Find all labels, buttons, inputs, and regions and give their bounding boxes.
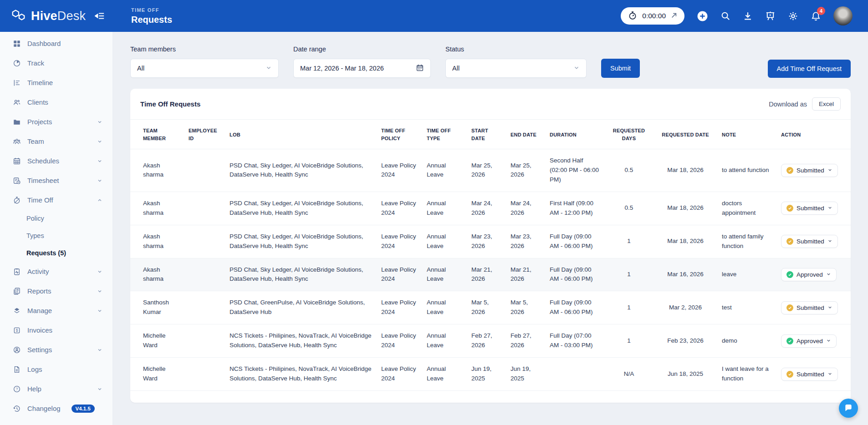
cell-employee-id bbox=[184, 149, 225, 192]
date-range-label: Date range bbox=[293, 46, 431, 53]
calendar-icon bbox=[416, 64, 424, 73]
sidebar-item-manage[interactable]: Manage bbox=[0, 301, 112, 320]
cell-type: Annual Leave bbox=[422, 358, 467, 391]
main-content: Team members All Date range Mar 12, 2026… bbox=[113, 32, 868, 425]
date-range-filter: Date range Mar 12, 2026 - Mar 18, 2026 bbox=[293, 46, 431, 78]
table-row: Santhosh Kumar PSD Chat, GreenPulse, AI … bbox=[130, 291, 851, 324]
add-icon[interactable] bbox=[697, 10, 708, 22]
gear-icon[interactable] bbox=[788, 11, 798, 21]
timer-widget[interactable]: 0:00:00 bbox=[621, 7, 684, 25]
sidebar-item-activity[interactable]: Activity bbox=[0, 262, 112, 281]
sidebar-item-track[interactable]: Track bbox=[0, 53, 112, 73]
cell-lob: PSD Chat, Sky Ledger, AI VoiceBridge Sol… bbox=[225, 192, 377, 225]
status-dropdown[interactable]: Submitted bbox=[781, 202, 838, 215]
sidebar-item-invoices[interactable]: $ Invoices bbox=[0, 320, 112, 340]
col-note: NOTE bbox=[717, 120, 776, 149]
sidebar-item-label: Requests (5) bbox=[26, 249, 66, 257]
sidebar-item-label: Logs bbox=[27, 365, 42, 373]
cell-team-member: Akash sharma bbox=[130, 258, 184, 291]
team-members-select[interactable]: All bbox=[130, 59, 279, 78]
status-dropdown[interactable]: Submitted bbox=[781, 301, 838, 314]
cell-note: demo bbox=[717, 324, 776, 358]
table-header-row: TEAM MEMBER EMPLOYEE ID LOB TIME OFF POL… bbox=[130, 120, 851, 149]
cell-end-date: Mar 5, 2026 bbox=[506, 291, 545, 324]
col-requested-date: REQUESTED DATE bbox=[654, 120, 717, 149]
cell-requested-date: Mar 18, 2026 bbox=[654, 149, 717, 192]
col-time-off-type: TIME OFF TYPE bbox=[422, 120, 467, 149]
cell-note: doctors appointment bbox=[717, 192, 776, 225]
cell-employee-id bbox=[184, 291, 225, 324]
sidebar-toggle-icon[interactable] bbox=[95, 11, 105, 20]
cell-end-date: Mar 25, 2026 bbox=[506, 149, 545, 192]
cell-duration: Full Day (07:00 AM - 03:00 PM) bbox=[545, 324, 604, 358]
bell-icon[interactable]: 4 bbox=[811, 11, 821, 21]
cell-note: to attend function bbox=[717, 149, 776, 192]
cell-action: Submitted bbox=[776, 149, 851, 192]
brand: HiveDesk bbox=[0, 9, 113, 23]
status-label: Approved bbox=[797, 338, 823, 344]
sidebar-item-projects[interactable]: Projects bbox=[0, 112, 112, 132]
brand-light: Desk bbox=[57, 9, 86, 23]
cell-team-member: Santhosh Kumar bbox=[130, 291, 184, 324]
sidebar-item-changelog[interactable]: Changelog V4.1.5 bbox=[0, 399, 112, 418]
sidebar-item-timesheet[interactable]: Timesheet bbox=[0, 171, 112, 190]
sidebar-item-settings[interactable]: Settings bbox=[0, 340, 112, 359]
col-requested-days: REQUESTED DAYS bbox=[604, 120, 654, 149]
cell-type: Annual Leave bbox=[422, 258, 467, 291]
filters-bar: Team members All Date range Mar 12, 2026… bbox=[130, 46, 851, 78]
status-dropdown[interactable]: Submitted bbox=[781, 164, 838, 177]
version-badge: V4.1.5 bbox=[71, 405, 95, 413]
avatar[interactable] bbox=[833, 6, 853, 25]
cell-lob: PSD Chat, GreenPulse, AI VoiceBridge Sol… bbox=[225, 291, 377, 324]
sidebar-item-clients[interactable]: Clients bbox=[0, 92, 112, 112]
sidebar-item-requests[interactable]: Requests (5) bbox=[0, 244, 112, 262]
sidebar-item-help[interactable]: ? Help bbox=[0, 379, 112, 399]
search-icon[interactable] bbox=[720, 11, 730, 21]
status-dropdown[interactable]: Approved bbox=[781, 334, 837, 348]
sidebar-item-team[interactable]: Team bbox=[0, 132, 112, 151]
cell-team-member: Michelle Ward bbox=[130, 358, 184, 391]
sidebar-item-reports[interactable]: Reports bbox=[0, 281, 112, 301]
status-label: Submitted bbox=[797, 238, 824, 245]
date-range-input[interactable]: Mar 12, 2026 - Mar 18, 2026 bbox=[293, 59, 431, 78]
cell-note: test bbox=[717, 291, 776, 324]
add-time-off-request-button[interactable]: Add Time Off Request bbox=[768, 60, 851, 78]
team-members-label: Team members bbox=[130, 46, 279, 53]
sidebar-item-label: Reports bbox=[27, 287, 51, 295]
sidebar-item-timeline[interactable]: Timeline bbox=[0, 73, 112, 92]
track-icon bbox=[12, 59, 21, 67]
brand-name: HiveDesk bbox=[31, 9, 86, 23]
timesheet-icon bbox=[12, 177, 21, 185]
cell-employee-id bbox=[184, 324, 225, 358]
status-label: Status bbox=[445, 46, 587, 53]
cell-requested-date: Mar 18, 2026 bbox=[654, 192, 717, 225]
status-dropdown[interactable]: Submitted bbox=[781, 235, 838, 248]
sidebar-item-label: Schedules bbox=[27, 157, 59, 165]
status-dropdown[interactable]: Approved bbox=[781, 268, 837, 281]
sidebar-item-dashboard[interactable]: Dashboard bbox=[0, 34, 112, 53]
cell-end-date: Mar 21, 2026 bbox=[506, 258, 545, 291]
chevron-down-icon bbox=[827, 167, 832, 174]
status-dropdown[interactable]: Submitted bbox=[781, 368, 838, 381]
status-select[interactable]: All bbox=[445, 59, 587, 78]
sidebar-item-label: Types bbox=[26, 232, 44, 239]
cell-start-date: Mar 23, 2026 bbox=[467, 225, 506, 258]
download-icon[interactable] bbox=[743, 11, 753, 21]
chevron-down-icon bbox=[827, 238, 832, 245]
presentation-icon[interactable] bbox=[765, 11, 776, 21]
status-label: Submitted bbox=[797, 371, 824, 378]
sidebar-item-logs[interactable]: Logs bbox=[0, 359, 112, 379]
chat-launcher-button[interactable] bbox=[839, 399, 858, 418]
sidebar-item-label: Timeline bbox=[27, 79, 53, 86]
col-employee-id: EMPLOYEE ID bbox=[184, 120, 225, 149]
excel-download-button[interactable]: Excel bbox=[812, 97, 841, 111]
timer-value: 0:00:00 bbox=[642, 12, 666, 20]
sidebar-item-policy[interactable]: Policy bbox=[0, 210, 112, 227]
sidebar-item-types[interactable]: Types bbox=[0, 227, 112, 244]
sidebar-item-time-off[interactable]: Time Off bbox=[0, 190, 112, 210]
sidebar-item-schedules[interactable]: Schedules bbox=[0, 151, 112, 171]
cell-lob: PSD Chat, Sky Ledger, AI VoiceBridge Sol… bbox=[225, 258, 377, 291]
cell-requested-days: 1 bbox=[604, 291, 654, 324]
submit-button[interactable]: Submit bbox=[601, 59, 640, 78]
cell-team-member: Akash sharma bbox=[130, 225, 184, 258]
